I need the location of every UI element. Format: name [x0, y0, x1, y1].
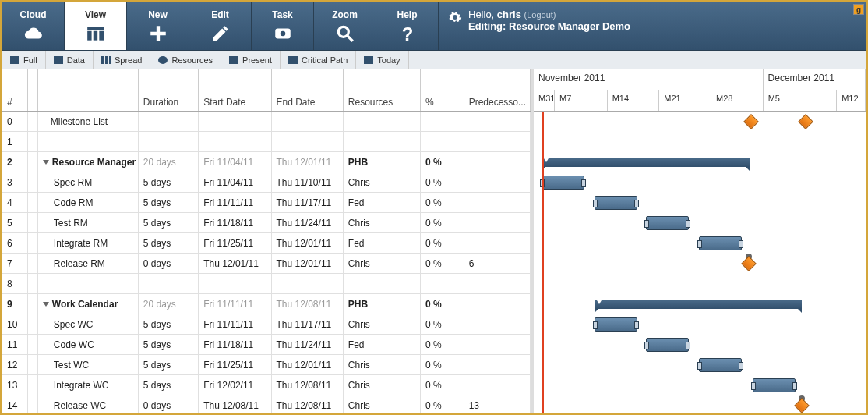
table-row[interactable]: 0Milestone List: [2, 112, 531, 132]
table-row[interactable]: 14Release WC0 daysThu 12/08/11Thu 12/08/…: [2, 395, 531, 413]
timeline-row: [534, 172, 866, 193]
milestone-marker[interactable]: [743, 114, 759, 129]
today-icon: [364, 56, 373, 64]
present-button[interactable]: Present: [221, 51, 281, 69]
task-button[interactable]: Task: [252, 2, 314, 50]
week-label: M5: [764, 90, 838, 111]
timeline-header: November 2011 December 2011 M31M7M14M21M…: [534, 69, 866, 112]
svg-rect-3: [99, 30, 104, 40]
table-row[interactable]: 13Integrate WC5 daysFri 12/02/11Thu 12/0…: [2, 375, 531, 395]
table-row[interactable]: 8: [2, 274, 531, 294]
timeline-row: [534, 233, 866, 254]
table-row[interactable]: 9Work Calendar20 daysFri 11/11/11Thu 12/…: [2, 294, 531, 314]
cloud-button[interactable]: Cloud: [2, 2, 65, 50]
edit-label: Edit: [211, 9, 229, 20]
today-marker: [542, 112, 544, 413]
new-button[interactable]: New: [127, 2, 189, 50]
spread-icon: [101, 56, 111, 64]
disclosure-icon[interactable]: [43, 160, 49, 165]
col-predecessors[interactable]: Predecesso...: [464, 69, 531, 111]
week-label: M21: [659, 90, 711, 111]
question-icon: ?: [397, 23, 418, 44]
week-label: M12: [837, 90, 866, 111]
col-resources[interactable]: Resources: [344, 69, 421, 111]
table-row[interactable]: 7Release RM0 daysThu 12/01/11Thu 12/01/1…: [2, 254, 531, 274]
week-label: M14: [608, 90, 660, 111]
task-table: # Duration Start Date End Date Resources…: [2, 69, 534, 413]
milestone-marker[interactable]: [741, 256, 757, 271]
columns-icon: [86, 23, 106, 44]
today-button[interactable]: Today: [356, 51, 408, 69]
task-bar[interactable]: [646, 338, 689, 352]
svg-rect-2: [93, 30, 97, 40]
table-row[interactable]: 12Test WC5 daysFri 11/25/11Thu 12/01/11C…: [2, 355, 531, 375]
week-label: M31: [534, 90, 555, 111]
logout-link[interactable]: (Logout): [524, 10, 556, 20]
table-row[interactable]: 2Resource Manager20 daysFri 11/04/11Thu …: [2, 152, 531, 172]
user-info: Hello, chris (Logout) Editing: Resource …: [439, 2, 866, 50]
app-window: Cloud View New Edit Task Zoom Help ?: [2, 2, 866, 413]
milestone-marker[interactable]: [794, 398, 810, 413]
gantt-chart[interactable]: November 2011 December 2011 M31M7M14M21M…: [534, 69, 866, 413]
svg-text:?: ?: [401, 23, 413, 44]
table-row[interactable]: 1: [2, 132, 531, 152]
logo-badge: g: [853, 4, 864, 15]
help-button[interactable]: Help ?: [376, 2, 439, 50]
table-row[interactable]: 11Code WC5 daysFri 11/18/11Thu 11/24/11F…: [2, 335, 531, 355]
full-view-button[interactable]: Full: [2, 51, 46, 69]
table-row[interactable]: 6Integrate RM5 daysFri 11/25/11Thu 12/01…: [2, 233, 531, 254]
month-label: December 2011: [764, 69, 866, 90]
critical-path-button[interactable]: Critical Path: [281, 51, 356, 69]
disclosure-icon[interactable]: [43, 302, 49, 307]
week-label: M7: [555, 90, 608, 111]
zoom-button[interactable]: Zoom: [314, 2, 376, 50]
col-index[interactable]: #: [2, 69, 28, 111]
milestone-marker[interactable]: [798, 114, 813, 129]
timeline-row: [534, 314, 866, 335]
view-button[interactable]: View: [65, 2, 127, 50]
col-percent[interactable]: %: [421, 69, 464, 111]
task-bar[interactable]: [542, 176, 584, 190]
col-duration[interactable]: Duration: [139, 69, 199, 111]
timeline-row: [534, 112, 866, 132]
task-bar[interactable]: [646, 216, 689, 230]
timeline-row: [534, 395, 866, 413]
week-label: M28: [711, 90, 764, 111]
data-view-button[interactable]: Data: [46, 51, 94, 69]
table-row[interactable]: 5Test RM5 daysFri 11/18/11Thu 11/24/11Ch…: [2, 213, 531, 233]
edit-button[interactable]: Edit: [189, 2, 252, 50]
task-bar[interactable]: [595, 317, 637, 332]
summary-bar[interactable]: [542, 158, 750, 167]
task-bar[interactable]: [699, 358, 742, 372]
gear-icon[interactable]: [448, 10, 462, 24]
svg-point-5: [280, 30, 285, 36]
table-row[interactable]: 10Spec WC5 daysFri 11/11/11Thu 11/17/11C…: [2, 314, 531, 335]
resources-button[interactable]: Resources: [150, 51, 221, 69]
spread-view-button[interactable]: Spread: [94, 51, 150, 69]
new-label: New: [148, 9, 168, 20]
table-header: # Duration Start Date End Date Resources…: [2, 69, 531, 112]
view-label: View: [85, 9, 106, 20]
timeline-row: [534, 213, 866, 233]
table-row[interactable]: 4Code RM5 daysFri 11/11/11Thu 11/17/11Fe…: [2, 193, 531, 213]
svg-rect-0: [87, 27, 104, 30]
plus-icon: [148, 23, 168, 44]
svg-rect-1: [87, 30, 91, 40]
col-start-date[interactable]: Start Date: [199, 69, 271, 111]
view-toolbar: Full Data Spread Resources Present Criti…: [2, 51, 866, 69]
col-end-date[interactable]: End Date: [272, 69, 344, 111]
task-bar[interactable]: [595, 196, 637, 210]
summary-bar[interactable]: [595, 300, 802, 309]
timeline-row: [534, 254, 866, 274]
col-name[interactable]: [38, 69, 139, 111]
person-icon: [158, 56, 168, 64]
help-label: Help: [397, 9, 417, 20]
timeline-row: [534, 375, 866, 395]
task-bar[interactable]: [699, 236, 742, 250]
timeline-row: [534, 355, 866, 375]
table-body: 0Milestone List12Resource Manager20 days…: [2, 112, 531, 413]
svg-point-6: [338, 27, 348, 37]
full-icon: [10, 56, 19, 64]
table-row[interactable]: 3Spec RM5 daysFri 11/04/11Thu 11/10/11Ch…: [2, 172, 531, 193]
task-bar[interactable]: [753, 378, 796, 392]
